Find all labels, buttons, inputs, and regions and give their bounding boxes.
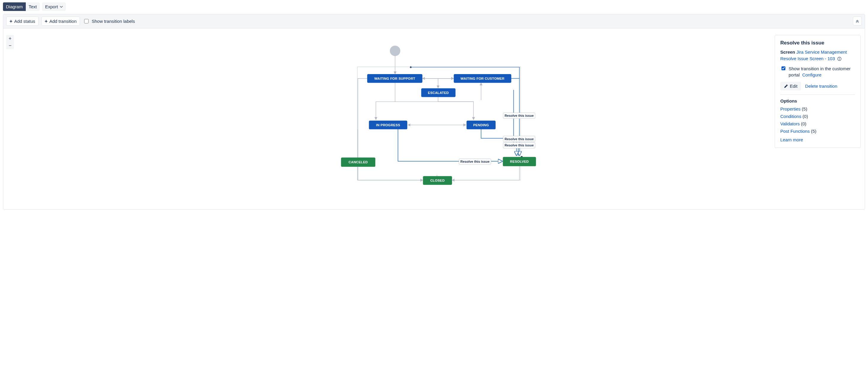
workflow-canvas: + Add status + Add transition Show trans… [3,14,865,210]
show-transition-labels-text: Show transition labels [92,19,135,24]
status-escalated[interactable]: ESCALATED [421,88,456,97]
status-waiting-for-support[interactable]: WAITING FOR SUPPORT [367,74,422,83]
add-status-label: Add status [14,19,35,24]
option-conditions-count: (0) [803,114,808,119]
configure-link[interactable]: Configure [802,72,822,77]
status-closed[interactable]: CLOSED [423,176,452,185]
transition-screen-line: Screen Jira Service Management Resolve I… [780,49,855,62]
view-mode-diagram[interactable]: Diagram [3,2,26,11]
svg-text:Resolve this issue: Resolve this issue [504,114,533,117]
transition-label-resolve-2[interactable]: Resolve this issue [503,136,535,142]
plus-icon: + [9,19,12,24]
edge-waiting-support-to-canceled[interactable] [358,79,367,161]
svg-text:Resolve this issue: Resolve this issue [460,160,489,163]
add-status-button[interactable]: + Add status [6,17,38,26]
add-transition-button[interactable]: + Add transition [41,17,80,26]
option-properties-link[interactable]: Properties [780,106,801,112]
transition-label-resolve-1[interactable]: Resolve this issue [503,113,535,119]
option-post-functions-link[interactable]: Post Functions [780,129,810,134]
workflow-diagram[interactable]: WAITING FOR SUPPORT WAITING FOR CUSTOMER… [3,29,865,209]
svg-text:PENDING: PENDING [473,123,489,127]
status-resolved[interactable]: RESOLVED [503,157,536,166]
edge-escalated-to-pending-branch[interactable] [438,97,474,119]
pencil-icon [784,84,788,88]
show-in-portal-text: Show transition in the customer portal C… [788,65,855,79]
svg-text:CANCELED: CANCELED [349,160,368,164]
screen-label: Screen [780,50,795,55]
show-transition-labels-toggle[interactable]: Show transition labels [83,18,135,24]
export-button-label: Export [45,4,58,9]
svg-text:CLOSED: CLOSED [430,179,445,182]
learn-more-link[interactable]: Learn more [780,137,803,142]
options-heading: Options [780,98,855,103]
edge-canceled-to-closed-left[interactable] [358,167,423,180]
collapse-panel-button[interactable] [853,17,862,26]
start-node[interactable] [390,45,400,56]
option-properties: Properties (5) [780,106,855,112]
svg-point-26 [839,58,840,58]
svg-text:IN PROGRESS: IN PROGRESS [376,123,400,127]
svg-rect-25 [839,59,840,60]
show-in-portal-toggle[interactable]: Show transition in the customer portal C… [780,65,855,79]
svg-text:WAITING FOR CUSTOMER: WAITING FOR CUSTOMER [461,77,504,80]
status-pending[interactable]: PENDING [467,121,496,129]
transition-label-resolve-3[interactable]: Resolve this issue [503,142,535,148]
transition-title: Resolve this issue [780,40,855,46]
svg-text:Resolve this issue: Resolve this issue [504,144,533,147]
option-post-functions: Post Functions (5) [780,129,855,134]
option-validators-link[interactable]: Validators [780,121,800,126]
transition-detail-panel: Resolve this issue Screen Jira Service M… [775,35,861,148]
edge-left-frame-to-closed-helper [358,129,437,180]
add-transition-label: Add transition [50,19,77,24]
edit-transition-button[interactable]: Edit [780,82,801,90]
canvas-toolbar: + Add status + Add transition Show trans… [3,14,865,28]
transition-label-resolve-4[interactable]: Resolve this issue [459,159,491,164]
plus-icon: + [45,19,48,24]
chevron-double-up-icon [855,19,860,23]
chevron-down-icon [60,6,63,8]
export-button[interactable]: Export [42,2,65,11]
show-transition-labels-checkbox[interactable] [84,19,89,23]
info-icon[interactable] [837,57,842,61]
show-in-portal-checkbox[interactable] [781,66,785,70]
edit-button-label: Edit [790,84,798,89]
svg-text:Resolve this issue: Resolve this issue [504,137,533,141]
option-properties-count: (5) [802,106,807,112]
option-validators: Validators (0) [780,121,855,126]
view-mode-toggle: Diagram Text [3,2,40,11]
option-post-functions-count: (5) [811,129,816,134]
edge-in-progress-to-resolved[interactable] [398,129,502,161]
view-mode-text[interactable]: Text [26,2,40,11]
edge-resolved-to-closed[interactable] [452,166,520,180]
option-conditions-link[interactable]: Conditions [780,114,801,119]
status-in-progress[interactable]: IN PROGRESS [369,121,407,129]
option-validators-count: (0) [801,121,806,126]
svg-text:RESOLVED: RESOLVED [510,160,529,163]
option-conditions: Conditions (0) [780,114,855,119]
status-canceled[interactable]: CANCELED [341,157,375,166]
svg-text:WAITING FOR SUPPORT: WAITING FOR SUPPORT [374,77,415,80]
edge-waiting-support-to-in-progress-branch[interactable] [376,83,395,120]
status-waiting-for-customer[interactable]: WAITING FOR CUSTOMER [454,74,511,83]
delete-transition-link[interactable]: Delete transition [805,84,837,89]
svg-text:ESCALATED: ESCALATED [428,91,449,95]
